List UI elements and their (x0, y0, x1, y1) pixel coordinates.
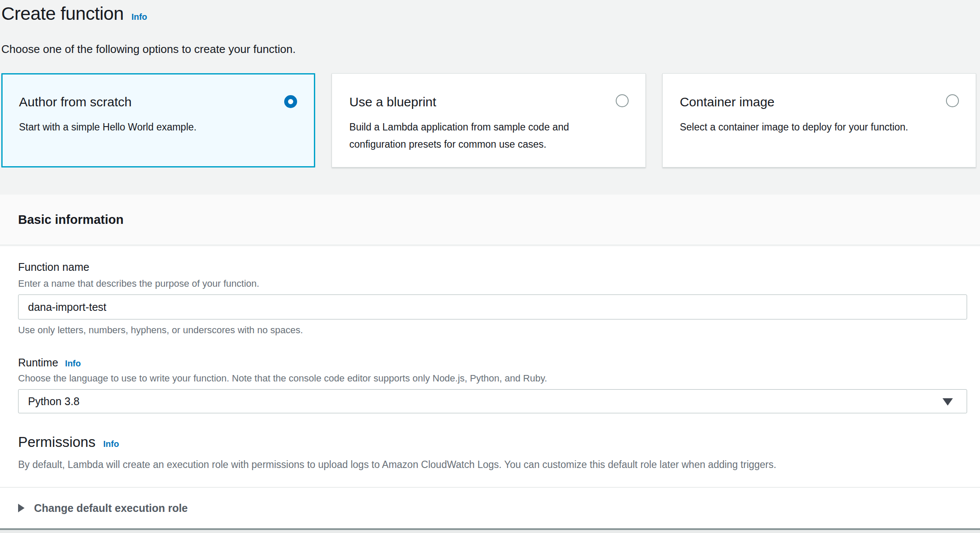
card-description: Select a container image to deploy for y… (680, 118, 938, 136)
permissions-title: Permissions (18, 434, 96, 450)
page-title: Create function (1, 1, 124, 26)
page-heading-row: Create function Info (1, 1, 147, 26)
card-title: Container image (680, 93, 958, 111)
page-subtitle: Choose one of the following options to c… (1, 40, 296, 58)
expand-caret-icon (18, 504, 25, 512)
runtime-description: Choose the language to use to write your… (18, 372, 547, 385)
card-title: Author from scratch (19, 93, 298, 111)
function-name-description: Enter a name that describes the purpose … (18, 277, 259, 290)
creation-option-cards: Author from scratch Start with a simple … (1, 73, 976, 167)
function-name-input[interactable] (18, 294, 967, 319)
page-title-info-link[interactable]: Info (131, 12, 147, 22)
function-name-hint: Use only letters, numbers, hyphens, or u… (18, 324, 303, 337)
card-use-a-blueprint[interactable]: Use a blueprint Build a Lambda applicati… (332, 73, 645, 167)
runtime-select[interactable]: Python 3.8 (18, 389, 967, 413)
permissions-info-link[interactable]: Info (103, 439, 119, 449)
card-title: Use a blueprint (349, 93, 628, 111)
use-a-blueprint-radio[interactable] (616, 94, 629, 107)
change-default-execution-role-label: Change default execution role (34, 502, 188, 514)
create-function-page: Create function Info Choose one of the f… (0, 0, 980, 533)
dropdown-arrow-icon (943, 398, 953, 406)
card-container-image[interactable]: Container image Select a container image… (662, 73, 976, 167)
permissions-header-row: Permissions Info (18, 434, 119, 450)
runtime-info-link[interactable]: Info (65, 359, 81, 369)
basic-information-title: Basic information (18, 213, 124, 227)
container-image-radio[interactable] (946, 94, 959, 107)
basic-information-header: Basic information (0, 195, 980, 245)
permissions-description: By default, Lambda will create an execut… (18, 458, 776, 471)
permissions-divider (0, 487, 980, 488)
card-description: Start with a simple Hello World example. (19, 118, 277, 136)
runtime-label-row: Runtime Info (18, 356, 81, 369)
change-default-execution-role-toggle[interactable]: Change default execution role (18, 499, 188, 518)
card-author-from-scratch[interactable]: Author from scratch Start with a simple … (1, 73, 315, 167)
runtime-selected-value: Python 3.8 (28, 395, 80, 408)
runtime-label: Runtime (18, 356, 58, 369)
function-name-label: Function name (18, 260, 89, 274)
card-description: Build a Lambda application from sample c… (349, 118, 608, 153)
page-bottom-band (0, 530, 980, 533)
